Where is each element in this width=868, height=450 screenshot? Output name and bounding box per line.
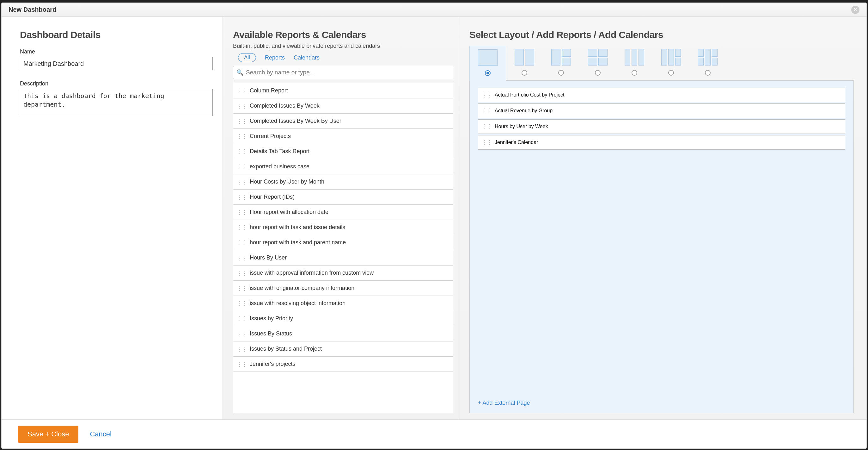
available-item-label: Hours By User (250, 254, 287, 261)
layout-thumbnail-icon (588, 49, 608, 65)
drag-handle-icon[interactable]: ⋮⋮ (237, 300, 247, 307)
modal-title: New Dashboard (8, 6, 56, 13)
drag-handle-icon[interactable]: ⋮⋮ (237, 148, 247, 155)
name-label: Name (20, 49, 204, 55)
close-icon[interactable]: × (851, 6, 860, 14)
available-item-label: Issues By Status (250, 330, 292, 337)
layout-option[interactable] (580, 46, 616, 80)
available-item[interactable]: ⋮⋮issue with approval information from c… (233, 265, 453, 281)
available-item[interactable]: ⋮⋮issue with originator company informat… (233, 281, 453, 296)
dropped-item-label: Actual Revenue by Group (495, 108, 553, 114)
available-list[interactable]: ⋮⋮Column Report⋮⋮Completed Issues By Wee… (233, 83, 453, 413)
available-item-label: issue with approval information from cus… (250, 270, 374, 276)
layout-radio[interactable] (485, 70, 491, 76)
filter-reports-button[interactable]: Reports (265, 54, 285, 61)
drag-handle-icon[interactable]: ⋮⋮ (237, 285, 247, 292)
available-item-label: Column Report (250, 87, 288, 94)
dropped-list[interactable]: ⋮⋮Actual Portfolio Cost by Project⋮⋮Actu… (478, 88, 845, 395)
drag-handle-icon[interactable]: ⋮⋮ (237, 345, 247, 353)
available-item[interactable]: ⋮⋮exported business case (233, 159, 453, 174)
layout-canvas: ⋮⋮Actual Portfolio Cost by Project⋮⋮Actu… (469, 81, 854, 413)
available-item[interactable]: ⋮⋮hour report with task and parent name (233, 235, 453, 250)
layout-radio[interactable] (522, 70, 527, 76)
drag-handle-icon[interactable]: ⋮⋮ (237, 270, 247, 277)
layout-radio[interactable] (631, 70, 637, 76)
drag-handle-icon[interactable]: ⋮⋮ (237, 118, 247, 125)
dropped-item[interactable]: ⋮⋮Jennifer's Calendar (478, 135, 845, 150)
available-item[interactable]: ⋮⋮Hour Costs by User by Month (233, 174, 453, 190)
available-item-label: Issues by Status and Project (250, 345, 322, 352)
dropped-item[interactable]: ⋮⋮Actual Portfolio Cost by Project (478, 88, 845, 102)
save-close-button[interactable]: Save + Close (18, 426, 79, 443)
cancel-button[interactable]: Cancel (90, 430, 111, 438)
available-item-label: issue with originator company informatio… (250, 285, 354, 291)
available-item[interactable]: ⋮⋮Hour report with allocation date (233, 205, 453, 220)
layout-option[interactable] (469, 46, 506, 81)
name-input[interactable] (20, 57, 213, 70)
drag-handle-icon[interactable]: ⋮⋮ (482, 123, 492, 130)
dropped-item-label: Actual Portfolio Cost by Project (495, 92, 564, 98)
layout-option[interactable] (506, 46, 543, 80)
drag-handle-icon[interactable]: ⋮⋮ (482, 91, 492, 99)
modal-footer: Save + Close Cancel (2, 419, 866, 448)
layout-radio[interactable] (595, 70, 600, 76)
drag-handle-icon[interactable]: ⋮⋮ (237, 178, 247, 186)
available-item[interactable]: ⋮⋮Details Tab Task Report (233, 144, 453, 159)
layout-thumbnail-icon (515, 49, 534, 65)
layout-radio[interactable] (705, 70, 711, 76)
drag-handle-icon[interactable]: ⋮⋮ (482, 107, 492, 114)
available-item[interactable]: ⋮⋮Hours By User (233, 250, 453, 265)
search-input[interactable] (246, 69, 450, 76)
layout-option[interactable] (653, 46, 689, 80)
layout-radio[interactable] (668, 70, 674, 76)
layout-option[interactable] (543, 46, 580, 80)
search-box[interactable]: 🔍 (233, 66, 453, 79)
drag-handle-icon[interactable]: ⋮⋮ (237, 361, 247, 368)
layout-thumbnail-icon (478, 49, 498, 66)
drag-handle-icon[interactable]: ⋮⋮ (237, 239, 247, 246)
available-item[interactable]: ⋮⋮Jennifer's projects (233, 357, 453, 372)
filter-row: All Reports Calendars (233, 53, 453, 62)
available-item-label: Hour report with allocation date (250, 209, 329, 216)
add-external-page-button[interactable]: + Add External Page (478, 398, 845, 407)
drag-handle-icon[interactable]: ⋮⋮ (237, 194, 247, 201)
dropped-item[interactable]: ⋮⋮Hours by User by Week (478, 119, 845, 134)
modal-body: Dashboard Details Name Description This … (2, 17, 866, 419)
filter-all-button[interactable]: All (238, 53, 256, 62)
layout-radio[interactable] (558, 70, 564, 76)
available-panel: Available Reports & Calendars Built-in, … (223, 17, 460, 419)
details-panel: Dashboard Details Name Description This … (2, 17, 223, 419)
drag-handle-icon[interactable]: ⋮⋮ (237, 330, 247, 337)
drag-handle-icon[interactable]: ⋮⋮ (237, 133, 247, 140)
drag-handle-icon[interactable]: ⋮⋮ (237, 103, 247, 110)
drag-handle-icon[interactable]: ⋮⋮ (237, 87, 247, 94)
drag-handle-icon[interactable]: ⋮⋮ (237, 224, 247, 231)
available-item-label: Current Projects (250, 133, 291, 140)
description-input[interactable]: This is a dashboard for the marketing de… (20, 89, 213, 116)
available-item[interactable]: ⋮⋮Column Report (233, 83, 453, 99)
available-item[interactable]: ⋮⋮Current Projects (233, 129, 453, 144)
layout-option[interactable] (689, 46, 726, 80)
available-heading: Available Reports & Calendars (233, 29, 453, 40)
available-item[interactable]: ⋮⋮issue with resolving object informatio… (233, 296, 453, 311)
layout-thumbnail-icon (551, 49, 571, 65)
available-item[interactable]: ⋮⋮Issues By Status (233, 326, 453, 341)
available-item[interactable]: ⋮⋮hour report with task and issue detail… (233, 220, 453, 235)
drag-handle-icon[interactable]: ⋮⋮ (482, 139, 492, 146)
available-item[interactable]: ⋮⋮Completed Issues By Week By User (233, 114, 453, 129)
drag-handle-icon[interactable]: ⋮⋮ (237, 254, 247, 261)
new-dashboard-modal: New Dashboard × Dashboard Details Name D… (1, 3, 867, 449)
layout-option[interactable] (616, 46, 653, 80)
available-item[interactable]: ⋮⋮Issues by Priority (233, 311, 453, 326)
dropped-item[interactable]: ⋮⋮Actual Revenue by Group (478, 104, 845, 118)
available-item[interactable]: ⋮⋮Completed Issues By Week (233, 99, 453, 114)
available-item-label: Completed Issues By Week By User (250, 118, 341, 124)
drag-handle-icon[interactable]: ⋮⋮ (237, 163, 247, 170)
drag-handle-icon[interactable]: ⋮⋮ (237, 209, 247, 216)
available-item[interactable]: ⋮⋮Issues by Status and Project (233, 341, 453, 357)
filter-calendars-button[interactable]: Calendars (293, 54, 319, 61)
drag-handle-icon[interactable]: ⋮⋮ (237, 315, 247, 322)
available-item-label: Issues by Priority (250, 315, 293, 322)
available-item[interactable]: ⋮⋮Hour Report (IDs) (233, 190, 453, 205)
available-item-label: hour report with task and parent name (250, 239, 346, 246)
